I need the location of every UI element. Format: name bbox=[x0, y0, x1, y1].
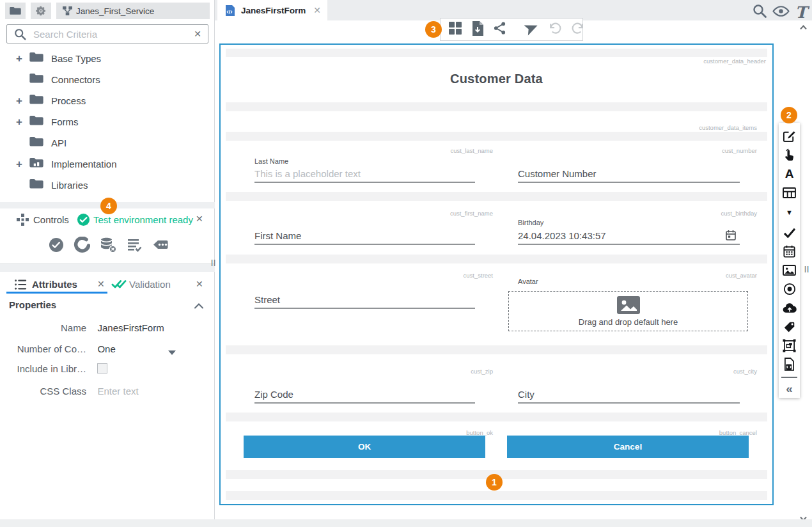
send-deploy-icon[interactable] bbox=[524, 21, 539, 38]
scroll-up-icon[interactable] bbox=[799, 22, 808, 33]
value-label-icon[interactable] bbox=[152, 237, 169, 256]
pointer-icon[interactable] bbox=[784, 145, 795, 164]
drop-strip[interactable] bbox=[226, 132, 767, 141]
image-icon[interactable] bbox=[783, 261, 796, 279]
tag-icon[interactable] bbox=[783, 317, 796, 336]
canvas-toolbar bbox=[440, 18, 583, 41]
test-environment-status: Test environment ready bbox=[93, 214, 193, 225]
drop-strip[interactable] bbox=[226, 255, 767, 264]
layout-grid-icon[interactable] bbox=[448, 21, 462, 38]
field-label: Last Name bbox=[254, 157, 288, 165]
validation-close-icon[interactable]: ✕ bbox=[196, 279, 203, 288]
zip-code-field[interactable]: Zip Code bbox=[254, 389, 293, 400]
drop-strip[interactable] bbox=[226, 192, 767, 201]
field-underline bbox=[254, 244, 475, 245]
test-swoosh-icon[interactable] bbox=[74, 237, 90, 256]
text-icon[interactable]: A bbox=[785, 164, 794, 183]
annotation-badge-3: 3 bbox=[425, 21, 442, 38]
bottom-strip bbox=[0, 519, 812, 527]
expand-icon[interactable]: + bbox=[14, 52, 24, 65]
table-icon[interactable] bbox=[783, 183, 796, 201]
city-field[interactable]: City bbox=[518, 389, 535, 400]
drop-strip[interactable] bbox=[226, 102, 767, 111]
tree-item-implementation[interactable]: + Implementation bbox=[0, 153, 215, 175]
service-tab[interactable]: Janes_First_Service bbox=[56, 3, 210, 19]
cancel-button[interactable]: Cancel bbox=[507, 436, 749, 458]
property-label: CSS Class bbox=[10, 386, 86, 397]
collapse-icon[interactable]: « bbox=[786, 379, 793, 398]
typography-icon[interactable]: T bbox=[795, 4, 807, 20]
calendar-picker-icon[interactable] bbox=[726, 230, 736, 243]
last-name-field[interactable]: This is a placeholder text bbox=[254, 168, 361, 179]
share-icon[interactable] bbox=[493, 21, 506, 38]
container-icon[interactable] bbox=[783, 336, 796, 355]
tree-item-forms[interactable]: + Forms bbox=[0, 111, 215, 132]
tree-item-process[interactable]: + Process bbox=[0, 90, 215, 111]
preview-eye-icon[interactable] bbox=[772, 5, 790, 20]
service-tab-label: Janes_First_Service bbox=[76, 6, 154, 16]
expand-icon[interactable]: + bbox=[14, 158, 24, 171]
file-import-icon[interactable] bbox=[471, 21, 484, 38]
tree-item-base-types[interactable]: + Base Types bbox=[0, 48, 215, 69]
tree-item-api[interactable]: API bbox=[0, 132, 215, 153]
widget-id-label: cust_first_name bbox=[244, 210, 493, 217]
tab-close-icon[interactable]: ✕ bbox=[313, 6, 321, 15]
checkmark-icon[interactable] bbox=[783, 223, 796, 242]
columns-select-value[interactable]: One bbox=[97, 343, 115, 354]
name-value[interactable]: JanesFirstForm bbox=[97, 322, 164, 333]
attributes-list-icon bbox=[14, 279, 27, 293]
widget-id-label: cust_city bbox=[508, 368, 757, 375]
tree-item-label: Process bbox=[51, 95, 86, 106]
tab-attributes[interactable]: Attributes bbox=[32, 279, 77, 290]
code-file-icon[interactable] bbox=[784, 355, 795, 374]
controls-close-icon[interactable]: ✕ bbox=[196, 214, 203, 223]
tab-janesfirstform[interactable]: JanesFirstForm ✕ bbox=[217, 0, 327, 20]
radio-button-icon[interactable] bbox=[783, 279, 796, 298]
dropzone-text: Drag and drop default here bbox=[579, 317, 678, 327]
include-in-library-checkbox[interactable] bbox=[97, 363, 107, 374]
first-name-field[interactable]: First Name bbox=[254, 230, 301, 241]
validate-check-circle-icon[interactable] bbox=[48, 237, 65, 256]
form-title[interactable]: Customer Data bbox=[221, 72, 772, 86]
dropdown-icon[interactable]: ▼ bbox=[786, 202, 793, 223]
tab-validation[interactable]: Validation bbox=[129, 279, 171, 290]
properties-section-title: Properties bbox=[9, 299, 56, 310]
topbar-icons: T bbox=[752, 3, 807, 21]
css-class-input[interactable]: Enter text bbox=[97, 386, 138, 397]
search-clear-icon[interactable]: ✕ bbox=[194, 29, 201, 38]
cloud-upload-icon[interactable] bbox=[783, 299, 797, 317]
widget-id-label: cust_number bbox=[508, 147, 757, 154]
customer-number-field[interactable]: Customer Number bbox=[518, 168, 597, 179]
search-input[interactable]: Search Criteria ✕ bbox=[6, 24, 208, 43]
settings-tab[interactable] bbox=[31, 3, 51, 19]
folder-tab[interactable] bbox=[5, 3, 26, 19]
left-splitter-grip[interactable]: || bbox=[211, 258, 216, 266]
image-icon bbox=[617, 296, 640, 314]
form-canvas[interactable]: customer_data_header Customer Data custo… bbox=[219, 43, 774, 505]
search-icon[interactable] bbox=[752, 3, 767, 21]
ok-button[interactable]: OK bbox=[244, 436, 485, 458]
property-row-include-in-library: Include in Libr… bbox=[10, 363, 107, 376]
birthday-field[interactable]: 24.04.2023 10:43:57 bbox=[518, 230, 606, 241]
street-field[interactable]: Street bbox=[254, 294, 280, 305]
controls-panel: Controls Test environment ready ✕ bbox=[0, 208, 215, 264]
tree-item-label: Connectors bbox=[51, 74, 100, 85]
expand-icon[interactable]: + bbox=[14, 116, 24, 129]
tree-item-connectors[interactable]: Connectors bbox=[0, 69, 215, 90]
drop-strip[interactable] bbox=[226, 413, 767, 421]
drop-strip[interactable] bbox=[226, 49, 767, 57]
avatar-dropzone[interactable]: Drag and drop default here bbox=[508, 291, 748, 331]
drop-strip[interactable] bbox=[226, 345, 767, 354]
database-clear-icon[interactable] bbox=[99, 237, 117, 256]
drop-strip[interactable] bbox=[226, 491, 767, 500]
log-list-check-icon[interactable] bbox=[126, 237, 143, 256]
select-dropdown-icon[interactable] bbox=[168, 347, 176, 358]
expand-icon[interactable]: + bbox=[14, 95, 24, 107]
collapse-section-icon[interactable] bbox=[194, 301, 204, 312]
widget-id-label: cust_street bbox=[244, 272, 493, 279]
tree-item-libraries[interactable]: Libraries bbox=[0, 175, 215, 196]
right-splitter-grip[interactable]: || bbox=[804, 265, 809, 272]
calendar-icon[interactable] bbox=[783, 242, 795, 261]
attributes-close-icon[interactable]: ✕ bbox=[97, 279, 105, 288]
edit-icon[interactable] bbox=[783, 127, 796, 145]
